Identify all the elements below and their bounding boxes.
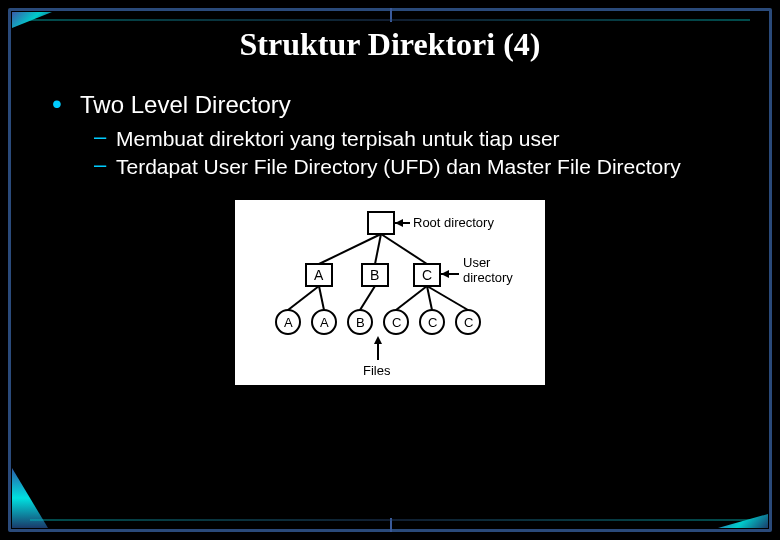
svg-line-1: [319, 234, 381, 264]
files-caption: Files: [363, 363, 391, 378]
slide-content: Struktur Direktori (4) Two Level Directo…: [30, 22, 750, 510]
arrow-left-icon: [395, 219, 403, 227]
slide-title: Struktur Direktori (4): [30, 26, 750, 63]
sub-bullet-list: Membuat direktori yang terpisah untuk ti…: [80, 125, 750, 182]
root-node: [368, 212, 394, 234]
frame-inner-top: [30, 19, 750, 21]
svg-line-6: [319, 286, 324, 310]
bullet-item-label: Two Level Directory: [80, 91, 291, 118]
sub-bullet-item: Terdapat User File Directory (UFD) dan M…: [116, 153, 750, 181]
file-label: B: [356, 315, 365, 330]
frame-inner-bottom: [30, 519, 750, 521]
user-dir-label: B: [370, 267, 379, 283]
svg-line-5: [288, 286, 319, 310]
file-label: C: [464, 315, 473, 330]
svg-line-7: [360, 286, 375, 310]
file-label: C: [392, 315, 401, 330]
file-label: C: [428, 315, 437, 330]
file-label: A: [320, 315, 329, 330]
arrow-up-icon: [374, 336, 382, 344]
bullet-list: Two Level Directory Membuat direktori ya…: [30, 91, 750, 182]
svg-line-2: [375, 234, 381, 264]
svg-line-3: [381, 234, 427, 264]
user-dir-label: A: [314, 267, 324, 283]
user-dir-label: C: [422, 267, 432, 283]
bullet-item: Two Level Directory Membuat direktori ya…: [80, 91, 750, 182]
root-label: Root directory: [413, 215, 494, 230]
sub-bullet-item: Membuat direktori yang terpisah untuk ti…: [116, 125, 750, 153]
svg-line-8: [396, 286, 427, 310]
directory-tree-diagram: Root directory A B C Userdirectory: [235, 200, 545, 385]
arrow-left-icon: [441, 270, 449, 278]
file-label: A: [284, 315, 293, 330]
svg-line-10: [427, 286, 468, 310]
user-dir-caption: Userdirectory: [463, 255, 513, 285]
diagram-container: Root directory A B C Userdirectory: [30, 200, 750, 385]
